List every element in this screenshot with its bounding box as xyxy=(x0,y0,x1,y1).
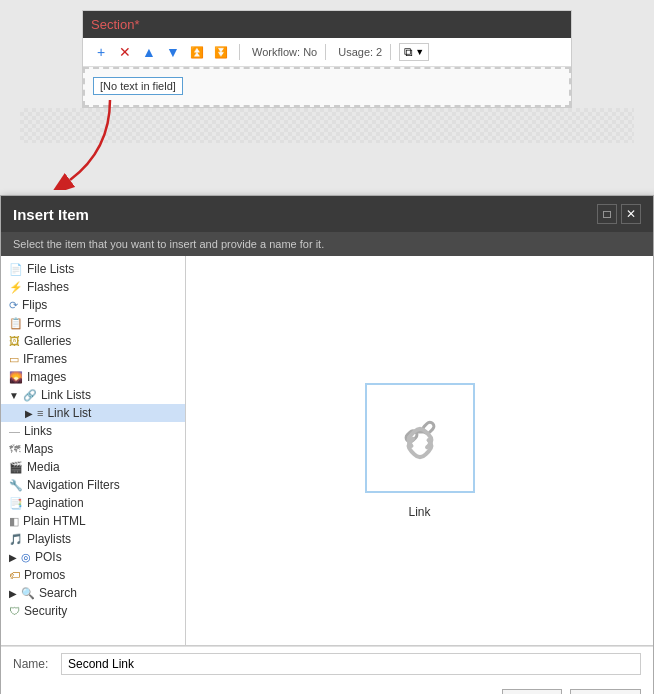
usage-info: Usage: 2 xyxy=(338,46,382,58)
move-top-button[interactable]: ⏫ xyxy=(187,42,207,62)
content-panel: Link xyxy=(186,256,653,645)
flashes-label: Flashes xyxy=(27,280,69,294)
dialog-footer: OK Cancel xyxy=(1,681,653,694)
promos-label: Promos xyxy=(24,568,65,582)
flashes-icon: ⚡ xyxy=(9,281,23,294)
maximize-button[interactable]: □ xyxy=(597,204,617,224)
workflow-info: Workflow: No xyxy=(252,46,317,58)
dialog-title: Insert Item xyxy=(13,206,89,223)
security-icon: 🛡 xyxy=(9,605,20,617)
move-up-button[interactable]: ▲ xyxy=(139,42,159,62)
name-input[interactable] xyxy=(61,653,641,675)
section-title: Section* xyxy=(91,17,139,32)
flips-label: Flips xyxy=(22,298,47,312)
name-label: Name: xyxy=(13,657,53,671)
move-down-button[interactable]: ▼ xyxy=(163,42,183,62)
editor-area: Section* + ✕ ▲ ▼ ⏫ ⏬ Workflow: No Usage:… xyxy=(0,0,654,195)
tree-item-pois[interactable]: ▶ ◎ POIs xyxy=(1,548,185,566)
plain-html-icon: ◧ xyxy=(9,515,19,528)
tree-item-plain-html[interactable]: ◧ Plain HTML xyxy=(1,512,185,530)
playlists-label: Playlists xyxy=(27,532,71,546)
dialog-header-buttons: □ ✕ xyxy=(597,204,641,224)
flips-icon: ⟳ xyxy=(9,299,18,312)
editor-content: Section* + ✕ ▲ ▼ ⏫ ⏬ Workflow: No Usage:… xyxy=(82,10,572,108)
maps-label: Maps xyxy=(24,442,53,456)
tree-item-media[interactable]: 🎬 Media xyxy=(1,458,185,476)
tree-item-security[interactable]: 🛡 Security xyxy=(1,602,185,620)
name-row: Name: xyxy=(1,646,653,681)
promos-icon: 🏷 xyxy=(9,569,20,581)
playlists-icon: 🎵 xyxy=(9,533,23,546)
link-icon-graphic xyxy=(394,417,446,469)
search-expand-icon: ▶ xyxy=(9,588,17,599)
images-icon: 🌄 xyxy=(9,371,23,384)
search-icon: 🔍 xyxy=(21,587,35,600)
tree-item-maps[interactable]: 🗺 Maps xyxy=(1,440,185,458)
field-content: [No text in field] xyxy=(83,67,571,107)
tree-item-link-list[interactable]: ▶ ≡ Link List xyxy=(1,404,185,422)
tree-item-images[interactable]: 🌄 Images xyxy=(1,368,185,386)
file-lists-label: File Lists xyxy=(27,262,74,276)
iframes-label: IFrames xyxy=(23,352,67,366)
item-preview-label: Link xyxy=(408,505,430,519)
move-bottom-button[interactable]: ⏬ xyxy=(211,42,231,62)
delete-button[interactable]: ✕ xyxy=(115,42,135,62)
tree-item-navigation-filters[interactable]: 🔧 Navigation Filters xyxy=(1,476,185,494)
search-label: Search xyxy=(39,586,77,600)
navigation-filters-icon: 🔧 xyxy=(9,479,23,492)
link-lists-icon: 🔗 xyxy=(23,389,37,402)
pois-label: POIs xyxy=(35,550,62,564)
link-list-icon: ≡ xyxy=(37,407,43,419)
dialog-header: Insert Item □ ✕ xyxy=(1,196,653,232)
images-label: Images xyxy=(27,370,66,384)
links-label: Links xyxy=(24,424,52,438)
dialog-body: 📄 File Lists ⚡ Flashes ⟳ Flips 📋 Forms 🖼 xyxy=(1,256,653,646)
copy-icon: ⧉ xyxy=(404,45,413,59)
tree-item-forms[interactable]: 📋 Forms xyxy=(1,314,185,332)
iframes-icon: ▭ xyxy=(9,353,19,366)
close-button[interactable]: ✕ xyxy=(621,204,641,224)
toolbar-row: + ✕ ▲ ▼ ⏫ ⏬ Workflow: No Usage: 2 ⧉ ▼ xyxy=(83,38,571,67)
tree-item-links[interactable]: — Links xyxy=(1,422,185,440)
pagination-label: Pagination xyxy=(27,496,84,510)
ok-button[interactable]: OK xyxy=(502,689,562,694)
plain-html-label: Plain HTML xyxy=(23,514,86,528)
pois-expand-icon: ▶ xyxy=(9,552,17,563)
galleries-icon: 🖼 xyxy=(9,335,20,347)
file-lists-icon: 📄 xyxy=(9,263,23,276)
tree-item-promos[interactable]: 🏷 Promos xyxy=(1,566,185,584)
media-icon: 🎬 xyxy=(9,461,23,474)
navigation-filters-label: Navigation Filters xyxy=(27,478,120,492)
media-label: Media xyxy=(27,460,60,474)
forms-icon: 📋 xyxy=(9,317,23,330)
tree-item-galleries[interactable]: 🖼 Galleries xyxy=(1,332,185,350)
tree-item-flips[interactable]: ⟳ Flips xyxy=(1,296,185,314)
separator-1 xyxy=(239,44,240,60)
section-toolbar: Section* xyxy=(83,11,571,38)
tree-item-playlists[interactable]: 🎵 Playlists xyxy=(1,530,185,548)
tree-item-pagination[interactable]: 📑 Pagination xyxy=(1,494,185,512)
dialog-subtitle: Select the item that you want to insert … xyxy=(1,232,653,256)
pois-icon: ◎ xyxy=(21,551,31,564)
tree-item-link-lists[interactable]: ▼ 🔗 Link Lists xyxy=(1,386,185,404)
pagination-icon: 📑 xyxy=(9,497,23,510)
galleries-label: Galleries xyxy=(24,334,71,348)
insert-item-dialog: Insert Item □ ✕ Select the item that you… xyxy=(0,195,654,694)
link-list-expand-icon: ▶ xyxy=(25,408,33,419)
maps-icon: 🗺 xyxy=(9,443,20,455)
forms-label: Forms xyxy=(27,316,61,330)
section-label-text: Section xyxy=(91,17,134,32)
tree-item-iframes[interactable]: ▭ IFrames xyxy=(1,350,185,368)
security-label: Security xyxy=(24,604,67,618)
separator-2 xyxy=(325,44,326,60)
tree-panel: 📄 File Lists ⚡ Flashes ⟳ Flips 📋 Forms 🖼 xyxy=(1,256,186,645)
add-button[interactable]: + xyxy=(91,42,111,62)
tree-item-flashes[interactable]: ⚡ Flashes xyxy=(1,278,185,296)
copy-button[interactable]: ⧉ ▼ xyxy=(399,43,429,61)
link-list-label: Link List xyxy=(47,406,91,420)
no-text-field: [No text in field] xyxy=(93,77,183,95)
tree-item-file-lists[interactable]: 📄 File Lists xyxy=(1,260,185,278)
cancel-button[interactable]: Cancel xyxy=(570,689,641,694)
copy-dropdown-icon: ▼ xyxy=(415,47,424,57)
tree-item-search[interactable]: ▶ 🔍 Search xyxy=(1,584,185,602)
